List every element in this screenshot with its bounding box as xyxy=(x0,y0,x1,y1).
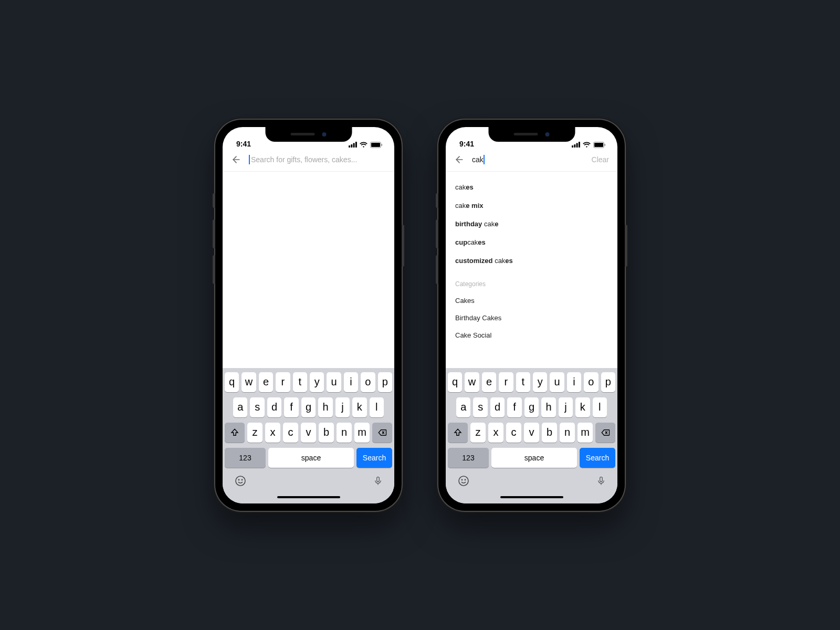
suggestion-item[interactable]: customized cakes xyxy=(455,251,608,270)
category-item[interactable]: Cakes xyxy=(455,292,608,309)
key-b[interactable]: b xyxy=(319,423,334,443)
back-button[interactable] xyxy=(454,154,465,165)
key-t[interactable]: t xyxy=(516,372,530,392)
wifi-icon xyxy=(583,142,591,148)
clear-button[interactable]: Clear xyxy=(592,155,609,164)
key-e[interactable]: e xyxy=(259,372,273,392)
search-input[interactable]: cak xyxy=(472,155,584,164)
svg-point-25 xyxy=(459,476,468,486)
key-o[interactable]: o xyxy=(361,372,375,392)
key-q[interactable]: q xyxy=(448,372,462,392)
key-j[interactable]: j xyxy=(559,397,573,417)
svg-point-27 xyxy=(465,479,465,480)
key-q[interactable]: q xyxy=(225,372,239,392)
key-c[interactable]: c xyxy=(506,423,521,443)
home-indicator[interactable] xyxy=(277,496,340,498)
backspace-icon xyxy=(377,428,387,437)
key-a[interactable]: a xyxy=(456,397,470,417)
text-cursor xyxy=(249,155,250,164)
svg-rect-5 xyxy=(371,143,380,147)
key-n[interactable]: n xyxy=(560,423,575,443)
results-area: cakes cake mix birthday cake cupcakes cu… xyxy=(446,172,617,368)
key-y[interactable]: y xyxy=(533,372,547,392)
key-l[interactable]: l xyxy=(370,397,384,417)
key-g[interactable]: g xyxy=(524,397,539,417)
key-u[interactable]: u xyxy=(550,372,564,392)
keyboard-row-4: 123 space Search xyxy=(448,448,615,468)
key-s[interactable]: s xyxy=(473,397,487,417)
key-numeric[interactable]: 123 xyxy=(225,448,266,468)
categories-heading: Categories xyxy=(455,270,608,292)
key-backspace[interactable] xyxy=(372,423,392,443)
key-k[interactable]: k xyxy=(575,397,590,417)
key-w[interactable]: w xyxy=(465,372,479,392)
key-r[interactable]: r xyxy=(276,372,290,392)
key-z[interactable]: z xyxy=(470,423,486,443)
key-l[interactable]: l xyxy=(593,397,607,417)
search-input[interactable]: Search for gifts, flowers, cakes... xyxy=(249,155,386,164)
keyboard-row-1: q w e r t y u i o p xyxy=(448,372,615,392)
backspace-icon xyxy=(601,428,610,437)
key-f[interactable]: f xyxy=(284,397,298,417)
key-m[interactable]: m xyxy=(578,423,593,443)
key-search[interactable]: Search xyxy=(356,448,392,468)
key-shift[interactable] xyxy=(225,423,245,443)
key-d[interactable]: d xyxy=(267,397,281,417)
dictation-button[interactable] xyxy=(373,475,383,489)
svg-rect-16 xyxy=(574,144,575,148)
key-x[interactable]: x xyxy=(265,423,280,443)
key-v[interactable]: v xyxy=(524,423,539,443)
key-i[interactable]: i xyxy=(344,372,358,392)
suggestion-item[interactable]: cupcakes xyxy=(455,233,608,251)
svg-point-12 xyxy=(242,479,242,480)
emoji-button[interactable] xyxy=(457,475,470,489)
key-e[interactable]: e xyxy=(482,372,496,392)
key-v[interactable]: v xyxy=(301,423,316,443)
key-o[interactable]: o xyxy=(584,372,598,392)
suggestion-item[interactable]: cakes xyxy=(455,178,608,196)
home-indicator[interactable] xyxy=(500,496,563,498)
search-header: cak Clear xyxy=(446,150,617,172)
key-i[interactable]: i xyxy=(567,372,581,392)
key-search[interactable]: Search xyxy=(580,448,615,468)
key-g[interactable]: g xyxy=(301,397,316,417)
category-item[interactable]: Cake Social xyxy=(455,327,608,344)
key-f[interactable]: f xyxy=(507,397,521,417)
key-h[interactable]: h xyxy=(541,397,555,417)
svg-rect-3 xyxy=(355,142,357,148)
key-r[interactable]: r xyxy=(499,372,513,392)
key-n[interactable]: n xyxy=(337,423,352,443)
battery-icon xyxy=(370,142,383,148)
results-area-empty xyxy=(223,172,394,368)
key-space[interactable]: space xyxy=(491,448,577,468)
battery-icon xyxy=(593,142,606,148)
key-p[interactable]: p xyxy=(601,372,615,392)
key-b[interactable]: b xyxy=(542,423,557,443)
category-item[interactable]: Birthday Cakes xyxy=(455,309,608,327)
key-numeric[interactable]: 123 xyxy=(448,448,489,468)
key-y[interactable]: y xyxy=(310,372,324,392)
key-t[interactable]: t xyxy=(293,372,307,392)
key-c[interactable]: c xyxy=(283,423,298,443)
key-u[interactable]: u xyxy=(327,372,341,392)
key-p[interactable]: p xyxy=(378,372,392,392)
key-j[interactable]: j xyxy=(335,397,350,417)
key-w[interactable]: w xyxy=(242,372,256,392)
key-m[interactable]: m xyxy=(354,423,370,443)
key-s[interactable]: s xyxy=(250,397,264,417)
key-z[interactable]: z xyxy=(247,423,262,443)
suggestion-item[interactable]: cake mix xyxy=(455,196,608,215)
key-shift[interactable] xyxy=(448,423,468,443)
key-k[interactable]: k xyxy=(352,397,366,417)
key-h[interactable]: h xyxy=(318,397,332,417)
key-a[interactable]: a xyxy=(233,397,247,417)
key-backspace[interactable] xyxy=(595,423,615,443)
key-x[interactable]: x xyxy=(488,423,503,443)
dictation-button[interactable] xyxy=(596,475,606,489)
emoji-button[interactable] xyxy=(234,475,247,489)
key-d[interactable]: d xyxy=(490,397,505,417)
suggestion-item[interactable]: birthday cake xyxy=(455,215,608,233)
key-space[interactable]: space xyxy=(268,448,354,468)
svg-rect-28 xyxy=(600,477,603,481)
back-button[interactable] xyxy=(231,154,242,165)
